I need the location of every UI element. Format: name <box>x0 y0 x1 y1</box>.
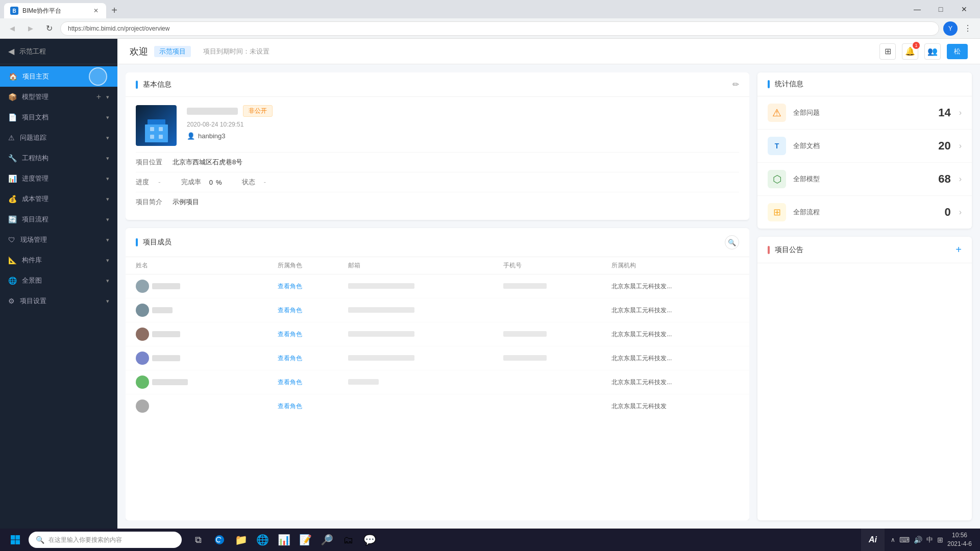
grid-view-button[interactable]: ⊞ <box>879 43 896 60</box>
role-link[interactable]: 查看角色 <box>278 307 302 314</box>
table-row: 查看角色 北京东晨工元科技发... <box>126 274 749 298</box>
members-title: 项目成员 <box>143 238 172 247</box>
sidebar-item-field[interactable]: 🛡 现场管理 ▾ <box>0 230 117 250</box>
stats-item-flows[interactable]: ⊞ 全部流程 0 › <box>757 196 972 229</box>
deadline-text: 项目到期时间：未设置 <box>203 47 270 56</box>
maximize-button[interactable]: □ <box>929 0 952 18</box>
address-input[interactable]: https://bimc.bimid.cn/project/overview <box>60 21 939 36</box>
new-tab-button[interactable]: + <box>107 3 121 17</box>
announcement-add-button[interactable]: + <box>955 244 962 256</box>
role-link[interactable]: 查看角色 <box>278 283 302 290</box>
taskbar-app-chat[interactable]: 💬 <box>359 530 380 550</box>
cell-role[interactable]: 查看角色 <box>273 346 343 370</box>
volume-icon[interactable]: 🔊 <box>914 536 922 544</box>
edit-icon[interactable]: ✏ <box>732 80 739 89</box>
cell-phone <box>498 322 607 346</box>
sidebar-item-structure[interactable]: 🔧 工程结构 ▾ <box>0 148 117 168</box>
member-avatar <box>136 352 149 365</box>
taskbar-search[interactable]: 🔍 在这里输入你要搜索的内容 <box>29 532 182 548</box>
cell-role[interactable]: 查看角色 <box>273 274 343 298</box>
keyboard-icon[interactable]: ⌨ <box>899 536 910 544</box>
role-link[interactable]: 查看角色 <box>278 379 302 386</box>
back-button[interactable]: ◀ <box>5 21 19 36</box>
close-window-button[interactable]: ✕ <box>952 0 976 18</box>
sidebar-item-home[interactable]: 🏠 项目主页 <box>0 66 117 87</box>
sidebar-item-model[interactable]: 📦 模型管理 + ▾ <box>0 87 117 107</box>
stats-count-flows: 0 <box>944 206 950 219</box>
cell-name <box>126 394 273 418</box>
cell-role[interactable]: 查看角色 <box>273 370 343 394</box>
field-icon: 🛡 <box>8 236 15 244</box>
notification-badge: 1 <box>913 42 920 49</box>
sidebar-item-issues[interactable]: ⚠ 问题追踪 ▾ <box>0 128 117 148</box>
members-table: 姓名 所属角色 邮箱 手机号 所属机构 <box>126 257 749 418</box>
sidebar-item-parts[interactable]: 📐 构件库 ▾ <box>0 250 117 270</box>
progress-dash: - <box>158 178 161 186</box>
stats-arrow-issues: › <box>959 108 962 117</box>
chinese-input-icon[interactable]: 中 <box>926 535 933 544</box>
refresh-button[interactable]: ↻ <box>42 21 56 36</box>
sidebar-item-progress[interactable]: 📊 进度管理 ▾ <box>0 168 117 189</box>
windows-icon <box>10 535 20 545</box>
stats-item-issues[interactable]: ⚠ 全部问题 14 › <box>757 96 972 130</box>
model-add-icon[interactable]: + <box>96 92 101 102</box>
svg-rect-8 <box>11 540 15 545</box>
menu-button[interactable]: ⋮ <box>961 21 975 36</box>
taskbar-app-board[interactable]: 🗂 <box>338 530 358 550</box>
sidebar-header: ◀ 示范工程 <box>0 39 117 64</box>
forward-button[interactable]: ▶ <box>23 21 38 36</box>
stats-item-models[interactable]: ⬡ 全部模型 68 › <box>757 163 972 196</box>
active-tab[interactable]: B BIMe协作平台 ✕ <box>4 3 106 18</box>
start-button[interactable] <box>4 530 27 550</box>
taskbar-app-taskview[interactable]: ⧉ <box>188 530 208 550</box>
cell-role[interactable]: 查看角色 <box>273 322 343 346</box>
extensions-area: Y ⋮ <box>943 21 975 36</box>
sidebar-item-panorama[interactable]: 🌐 全景图 ▾ <box>0 270 117 291</box>
members-search-button[interactable]: 🔍 <box>725 235 739 249</box>
sidebar-item-settings[interactable]: ⚙ 项目设置 ▾ <box>0 291 117 311</box>
sidebar-item-cost[interactable]: 💰 成本管理 ▾ <box>0 189 117 209</box>
stats-icon-warning: ⚠ <box>768 104 786 122</box>
panorama-icon: 🌐 <box>8 277 17 285</box>
taskbar-app-search[interactable]: 🔎 <box>316 530 337 550</box>
logout-button[interactable]: 松 <box>947 44 968 59</box>
cell-role[interactable]: 查看角色 <box>273 394 343 418</box>
main-content: 欢迎 示范项目 项目到期时间：未设置 ⊞ 🔔 1 👥 松 <box>117 39 980 529</box>
location-row: 项目位置 北京市西城区石虎巷8号 <box>136 152 739 172</box>
issues-chevron-icon: ▾ <box>106 135 109 141</box>
structure-icon: 🔧 <box>8 154 17 162</box>
taskbar-app-edge[interactable] <box>209 530 230 550</box>
taskbar-app-powerpoint[interactable]: 📊 <box>274 530 294 550</box>
role-link[interactable]: 查看角色 <box>278 331 302 338</box>
desc-label: 项目简介 <box>136 197 166 207</box>
sidebar-item-docs[interactable]: 📄 项目文档 ▾ <box>0 107 117 128</box>
taskbar-app-chrome[interactable]: 🌐 <box>252 530 273 550</box>
taskbar-clock[interactable]: 10:56 2021-4-6 <box>947 531 972 548</box>
taskbar-app-explorer[interactable]: 📁 <box>231 530 251 550</box>
taskbar-ai-button[interactable]: Ai <box>861 529 885 551</box>
home-icon: 🏠 <box>8 72 17 81</box>
role-link[interactable]: 查看角色 <box>278 355 302 362</box>
taskbar-app-word[interactable]: 📝 <box>295 530 315 550</box>
notification-button[interactable]: 🔔 1 <box>902 43 918 60</box>
progress-row: 进度 - 完成率 0 % 状态 - <box>136 172 739 192</box>
grid-icon[interactable]: ⊞ <box>937 536 943 544</box>
chevron-up-icon[interactable]: ∧ <box>891 536 895 543</box>
announcement-body <box>757 263 972 340</box>
extension-icon-1[interactable]: Y <box>943 21 958 36</box>
minimize-button[interactable]: — <box>905 0 929 18</box>
taskbar: 🔍 在这里输入你要搜索的内容 ⧉ 📁 🌐 📊 📝 🔎 🗂 💬 Ai ∧ ⌨ 🔊 … <box>0 529 980 551</box>
member-avatar <box>136 304 149 317</box>
cell-role[interactable]: 查看角色 <box>273 298 343 322</box>
table-row: 查看角色 北京东晨工元科技发... <box>126 298 749 322</box>
role-link[interactable]: 查看角色 <box>278 403 302 410</box>
col-phone: 手机号 <box>498 257 607 274</box>
basic-info-title: 基本信息 <box>143 80 172 89</box>
members-button[interactable]: 👥 <box>924 43 941 60</box>
sidebar-back-icon[interactable]: ◀ <box>8 46 14 56</box>
tab-close-icon[interactable]: ✕ <box>92 7 100 15</box>
content-panels: 基本信息 ✏ <box>117 64 980 529</box>
sidebar-item-workflow[interactable]: 🔄 项目流程 ▾ <box>0 209 117 230</box>
workflow-label: 项目流程 <box>22 215 101 224</box>
stats-item-docs[interactable]: T 全部文档 20 › <box>757 130 972 163</box>
